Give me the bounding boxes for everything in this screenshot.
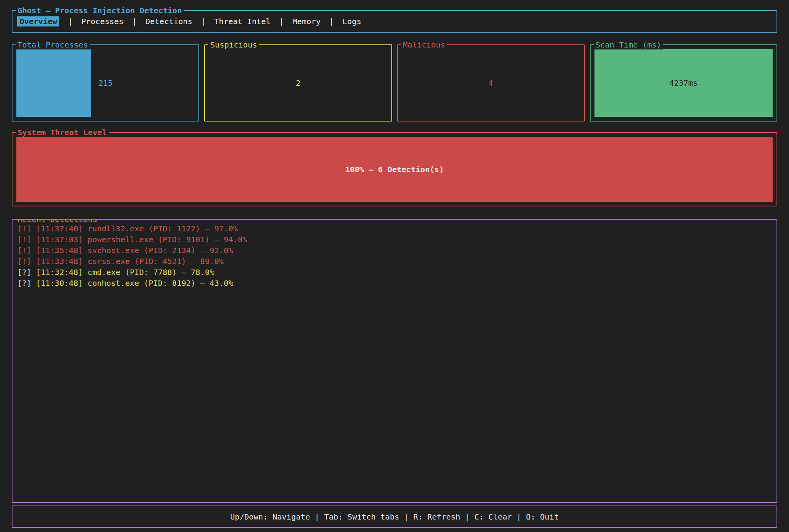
stat-malicious-title: Malicious: [401, 40, 447, 49]
detection-text: [11:32:48] cmd.exe (PID: 7788) — 78.0%: [36, 268, 214, 277]
threat-level-value: 100% — 6 Detection(s): [345, 165, 444, 174]
detection-text: [11:37:40] rundll32.exe (PID: 1122) — 97…: [36, 224, 238, 233]
tabs-panel: Ghost — Process Injection Detection Over…: [12, 10, 777, 33]
tab-detections[interactable]: Detections: [145, 17, 192, 26]
stat-total-processes: Total Processes 215: [12, 44, 199, 122]
recent-detections-title: Recent Detections: [16, 219, 99, 224]
detection-row: [!] [11:37:03] powershell.exe (PID: 9101…: [17, 234, 772, 245]
detection-row: [!] [11:37:40] rundll32.exe (PID: 1122) …: [17, 223, 772, 234]
detection-text: [11:33:48] csrss.exe (PID: 4521) — 89.0%: [36, 257, 224, 266]
app-root: Ghost — Process Injection Detection Over…: [0, 0, 789, 532]
tab-separator: |: [132, 17, 137, 26]
app-title: Ghost — Process Injection Detection: [16, 6, 184, 15]
tab-processes[interactable]: Processes: [81, 17, 123, 26]
threat-level-gauge: 100% — 6 Detection(s): [16, 137, 773, 202]
detection-row: [!] [11:33:48] csrss.exe (PID: 4521) — 8…: [17, 256, 772, 267]
tab-separator: |: [201, 17, 205, 26]
stat-suspicious: Suspicious 2: [204, 44, 392, 122]
stat-suspicious-title: Suspicious: [208, 40, 259, 49]
malicious-gauge: 4: [402, 49, 580, 117]
stats-row: Total Processes 215 Suspicious 2 Malicio…: [12, 44, 777, 122]
help-bar: Up/Down: Navigate | Tab: Switch tabs | R…: [12, 506, 777, 528]
detection-row: [?] [11:30:48] conhost.exe (PID: 8192) —…: [17, 278, 772, 289]
tab-logs[interactable]: Logs: [343, 17, 361, 26]
tab-separator: |: [68, 17, 73, 26]
stat-scan-time-title: Scan Time (ms): [594, 40, 663, 49]
total-processes-value: 215: [99, 78, 113, 88]
scan-time-gauge: 4237ms: [594, 49, 773, 117]
detection-text: [11:30:48] conhost.exe (PID: 8192) — 43.…: [36, 278, 233, 288]
severity-badge: [?]: [17, 278, 31, 288]
help-text: Up/Down: Navigate | Tab: Switch tabs | R…: [230, 512, 559, 521]
malicious-value: 4: [488, 78, 493, 88]
tab-overview[interactable]: Overview: [17, 16, 59, 26]
stat-total-processes-title: Total Processes: [16, 40, 90, 49]
severity-badge: [!]: [17, 235, 31, 244]
severity-badge: [?]: [17, 268, 31, 277]
threat-level-panel: System Threat Level 100% — 6 Detection(s…: [12, 132, 777, 206]
detection-row: [?] [11:32:48] cmd.exe (PID: 7788) — 78.…: [17, 267, 772, 278]
detection-text: [11:37:03] powershell.exe (PID: 9101) — …: [36, 235, 247, 244]
recent-detections-panel: Recent Detections [!] [11:37:40] rundll3…: [12, 219, 777, 503]
severity-badge: [!]: [17, 257, 31, 266]
tab-separator: |: [279, 17, 284, 26]
scan-time-value: 4237ms: [669, 78, 697, 88]
detection-text: [11:35:48] svchost.exe (PID: 2134) — 92.…: [36, 246, 233, 255]
tab-threat-intel[interactable]: Threat Intel: [214, 17, 271, 26]
suspicious-gauge: 2: [209, 49, 387, 117]
suspicious-value: 2: [296, 78, 301, 88]
tab-separator: |: [329, 17, 334, 26]
severity-badge: [!]: [17, 246, 31, 255]
total-processes-gauge: 215: [16, 49, 195, 117]
detections-list: [!] [11:37:40] rundll32.exe (PID: 1122) …: [12, 220, 777, 292]
total-processes-gauge-fill: [16, 49, 91, 117]
tab-bar: Overview | Processes | Detections | Thre…: [17, 17, 361, 26]
detection-row: [!] [11:35:48] svchost.exe (PID: 2134) —…: [17, 245, 772, 256]
severity-badge: [!]: [17, 224, 31, 233]
stat-malicious: Malicious 4: [397, 44, 585, 122]
stat-scan-time: Scan Time (ms) 4237ms: [590, 44, 777, 122]
threat-level-title: System Threat Level: [16, 128, 109, 137]
tab-memory[interactable]: Memory: [292, 17, 320, 26]
